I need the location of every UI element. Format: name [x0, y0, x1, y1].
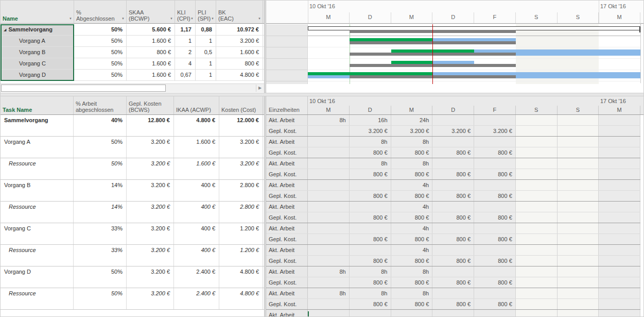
details-cell[interactable] — [308, 245, 350, 256]
details-cell[interactable]: 8h — [350, 137, 391, 147]
details-row-label[interactable]: Gepl. Kost. — [266, 147, 308, 158]
column-header-name[interactable]: Name▼ — [1, 1, 74, 23]
value-cell[interactable]: 1.200 € — [219, 223, 263, 244]
filter-dropdown-icon[interactable]: ▼ — [121, 15, 125, 22]
details-cell[interactable] — [599, 256, 640, 266]
column-header-kli[interactable]: KLI(CPI)▼ — [175, 1, 196, 23]
details-cell[interactable] — [599, 191, 640, 202]
value-cell[interactable]: 400 € — [174, 223, 219, 244]
details-cell[interactable] — [432, 310, 474, 317]
details-cell[interactable] — [599, 223, 640, 234]
value-cell[interactable]: 400 € — [174, 202, 219, 223]
details-cell[interactable]: 800 € — [474, 147, 516, 158]
value-cell[interactable]: 0,67 — [175, 70, 196, 80]
details-cell[interactable]: 800 € — [474, 169, 516, 180]
details-cell[interactable] — [558, 180, 599, 191]
value-cell[interactable]: 1.600 € — [127, 58, 175, 69]
column-header-geplkosten[interactable]: Gepl. Kosten(BCWS) — [127, 96, 174, 114]
task-name-cell[interactable]: Ressource — [1, 158, 74, 179]
details-row-label[interactable]: Akt. Arbeit — [266, 223, 308, 234]
value-cell[interactable]: 33% — [74, 245, 127, 266]
details-row-label[interactable]: Akt. Arbeit — [266, 137, 308, 147]
column-header-pli[interactable]: PLI(SPI)▼ — [196, 1, 216, 23]
details-cell[interactable] — [558, 256, 599, 266]
value-cell[interactable]: 2.800 € — [219, 180, 263, 201]
details-cell[interactable] — [308, 299, 350, 310]
details-cell[interactable] — [599, 158, 640, 169]
details-row-label[interactable]: Gepl. Kost. — [266, 256, 308, 266]
details-cell[interactable]: 800 € — [391, 277, 433, 288]
value-cell[interactable]: 50% — [74, 47, 127, 58]
horizontal-scrollbar[interactable]: ▶ — [1, 84, 264, 92]
details-cell[interactable] — [516, 158, 558, 169]
details-cell[interactable] — [516, 212, 558, 223]
details-cell[interactable] — [474, 223, 516, 234]
details-cell[interactable] — [516, 191, 558, 202]
details-cell[interactable] — [516, 288, 558, 299]
value-cell[interactable]: 400 € — [174, 245, 219, 266]
value-cell[interactable]: 14% — [74, 202, 127, 223]
details-cell[interactable]: 8h — [391, 266, 433, 277]
details-row-label[interactable]: Gepl. Kost. — [266, 299, 308, 310]
value-cell[interactable]: 3.200 € — [127, 245, 174, 266]
task-name-cell[interactable]: Vorgang B — [1, 180, 74, 201]
details-cell[interactable] — [516, 147, 558, 158]
details-cell[interactable] — [599, 115, 640, 126]
task-name-cell[interactable]: Vorgang D — [1, 70, 74, 80]
details-timescale[interactable]: Einzelheiten 10 Okt '16 17 Okt '16 MDMDF… — [266, 96, 643, 115]
value-cell[interactable]: 14% — [74, 180, 127, 201]
details-row-label[interactable]: Gepl. Kost. — [266, 191, 308, 202]
details-cell[interactable]: 800 € — [432, 212, 474, 223]
column-header-taskname[interactable]: Task Name — [1, 96, 74, 114]
details-cell[interactable]: 800 € — [391, 234, 433, 245]
details-cell[interactable] — [516, 266, 558, 277]
details-cell[interactable] — [308, 256, 350, 266]
value-cell[interactable]: 400 € — [174, 180, 219, 201]
value-cell[interactable]: 4 — [175, 58, 196, 69]
details-cell[interactable] — [308, 191, 350, 202]
details-cell[interactable]: 8h — [350, 158, 391, 169]
value-cell[interactable]: 50% — [74, 70, 127, 80]
details-cell[interactable] — [308, 277, 350, 288]
details-cell[interactable]: 800 € — [432, 169, 474, 180]
details-cell[interactable] — [308, 137, 350, 147]
details-cell[interactable] — [599, 137, 640, 147]
details-cell[interactable]: 800 € — [350, 212, 391, 223]
details-cell[interactable] — [599, 288, 640, 299]
details-cell[interactable] — [308, 180, 350, 191]
details-cell[interactable] — [558, 169, 599, 180]
details-cell[interactable] — [558, 234, 599, 245]
column-header-[interactable]: %Abgeschlossen▼ — [74, 1, 127, 23]
value-cell[interactable]: 2.400 € — [174, 288, 219, 309]
details-cell[interactable]: 800 € — [432, 147, 474, 158]
value-cell[interactable]: 1 — [196, 70, 216, 80]
details-cell[interactable]: 3.200 € — [474, 126, 516, 137]
value-cell[interactable]: 3.200 € — [219, 158, 263, 179]
value-cell[interactable]: 3.200 € — [127, 158, 174, 179]
column-header-bk[interactable]: BK(EAC)▼ — [216, 1, 263, 23]
details-cell[interactable] — [599, 180, 640, 191]
details-cell[interactable] — [474, 288, 516, 299]
value-cell[interactable]: 5.600 € — [127, 24, 175, 35]
scrollbar-thumb[interactable] — [1, 85, 166, 92]
details-cell[interactable] — [516, 299, 558, 310]
details-cell[interactable] — [308, 169, 350, 180]
value-cell[interactable]: 4.800 € — [219, 288, 263, 309]
details-cell[interactable] — [599, 147, 640, 158]
details-cell[interactable]: 4h — [391, 245, 433, 256]
filter-dropdown-icon[interactable]: ▼ — [258, 15, 261, 22]
details-cell[interactable] — [432, 202, 474, 212]
details-cell[interactable]: 800 € — [432, 277, 474, 288]
details-row-label[interactable]: Gepl. Kost. — [266, 212, 308, 223]
details-cell[interactable]: 4h — [391, 202, 433, 212]
remaining-lower-bar[interactable] — [516, 75, 640, 78]
value-cell[interactable]: 50% — [74, 158, 127, 179]
value-cell[interactable]: 1.600 € — [174, 137, 219, 158]
details-cell[interactable]: 8h — [308, 288, 350, 299]
details-cell[interactable] — [432, 245, 474, 256]
task-name-cell[interactable]: Vorgang C — [1, 58, 74, 69]
details-cell[interactable]: 800 € — [474, 234, 516, 245]
details-cell[interactable] — [350, 310, 391, 317]
value-cell[interactable]: 50% — [74, 24, 127, 35]
details-cell[interactable]: 800 € — [432, 234, 474, 245]
